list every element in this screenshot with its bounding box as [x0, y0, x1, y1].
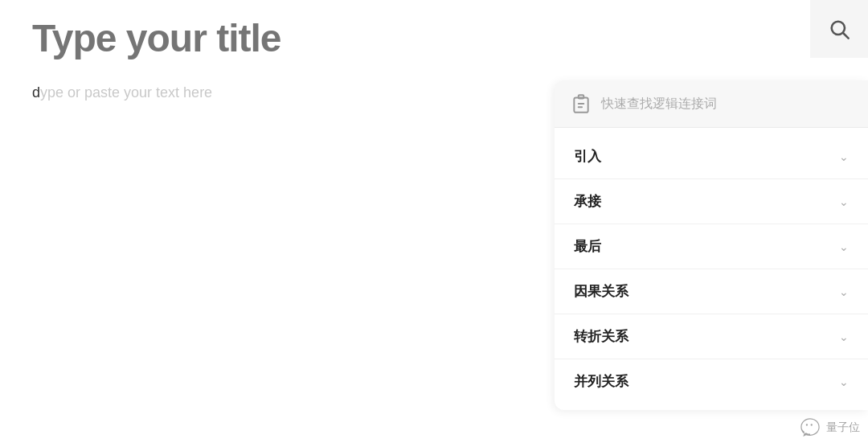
search-button[interactable]: [810, 0, 868, 58]
category-label-finally: 最后: [574, 237, 601, 256]
category-label-causal: 因果关系: [574, 282, 628, 301]
category-label-contrast: 转折关系: [574, 327, 628, 346]
chevron-down-icon-continue: ⌄: [839, 195, 849, 208]
category-list: 引入 ⌄ 承接 ⌄ 最后 ⌄ 因果关系 ⌄ 转折关系 ⌄ 并列关系 ⌄: [555, 128, 868, 410]
wechat-icon: [799, 416, 821, 439]
wechat-footer: 量子位: [799, 416, 860, 439]
chevron-down-icon-parallel: ⌄: [839, 375, 849, 388]
clipboard-icon: [571, 93, 592, 114]
brand-label: 量子位: [826, 420, 860, 435]
svg-rect-3: [574, 97, 588, 112]
category-item-intro[interactable]: 引入 ⌄: [555, 134, 868, 179]
body-placeholder: ype or paste your text here: [40, 84, 212, 101]
cursor-char: d: [32, 84, 40, 101]
category-item-causal[interactable]: 因果关系 ⌄: [555, 269, 868, 314]
editor-area: d ype or paste your text here 快速查找逻辑连接词 …: [0, 0, 868, 447]
connector-search-bar[interactable]: 快速查找逻辑连接词: [555, 80, 868, 128]
search-placeholder: 快速查找逻辑连接词: [601, 96, 717, 113]
category-label-parallel: 并列关系: [574, 372, 628, 391]
category-item-contrast[interactable]: 转折关系 ⌄: [555, 314, 868, 359]
category-label-continue: 承接: [574, 192, 601, 211]
title-input[interactable]: [32, 16, 514, 60]
chevron-down-icon-causal: ⌄: [839, 285, 849, 298]
category-item-parallel[interactable]: 并列关系 ⌄: [555, 359, 868, 404]
svg-line-1: [843, 33, 848, 38]
chevron-down-icon-intro: ⌄: [839, 150, 849, 163]
category-item-finally[interactable]: 最后 ⌄: [555, 224, 868, 269]
category-label-intro: 引入: [574, 147, 601, 166]
category-item-continue[interactable]: 承接 ⌄: [555, 179, 868, 224]
search-icon: [828, 18, 850, 40]
sidebar-panel: 快速查找逻辑连接词 引入 ⌄ 承接 ⌄ 最后 ⌄ 因果关系 ⌄ 转折关系: [555, 80, 868, 410]
chevron-down-icon-contrast: ⌄: [839, 330, 849, 343]
chevron-down-icon-finally: ⌄: [839, 240, 849, 253]
